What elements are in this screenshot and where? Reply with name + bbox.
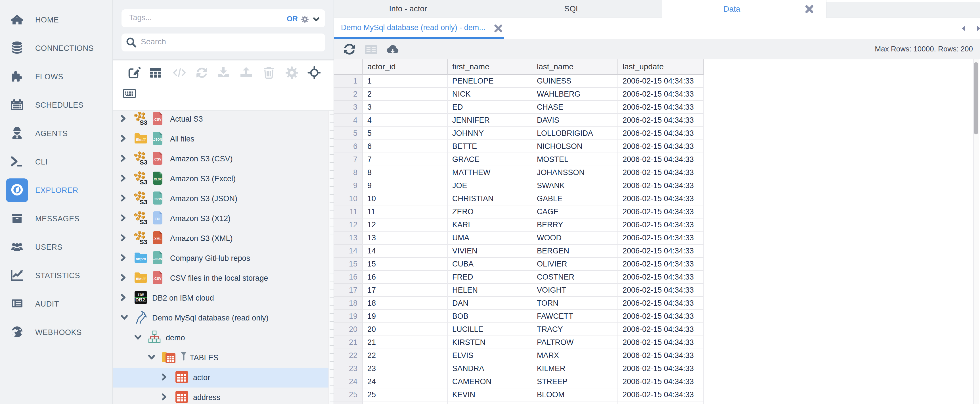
svg-text:.JSON: .JSON [153,198,162,201]
svg-text:file:///: file:/// [136,277,146,281]
svg-text:EDI: EDI [154,217,160,221]
svg-text:.XLSX: .XLSX [153,177,162,181]
svg-text:.XML: .XML [153,237,162,241]
svg-text:S3: S3 [140,119,147,125]
svg-text:.CSV: .CSV [153,157,161,161]
svg-text:S3: S3 [140,219,147,225]
svg-text:.JSON: .JSON [153,138,162,141]
svg-text:S3: S3 [140,238,147,244]
svg-text:S3: S3 [140,159,147,165]
svg-text:http://: http:// [136,257,146,261]
svg-text:file:///: file:/// [136,137,146,142]
svg-text:.JSON: .JSON [153,257,162,260]
svg-text:.CSV: .CSV [153,277,161,281]
svg-text:S3: S3 [140,179,147,185]
svg-text:.CSV: .CSV [153,118,161,121]
svg-text:DB2.: DB2. [135,297,146,303]
svg-text:S3: S3 [140,199,147,205]
svg-text:IBM: IBM [137,293,144,297]
